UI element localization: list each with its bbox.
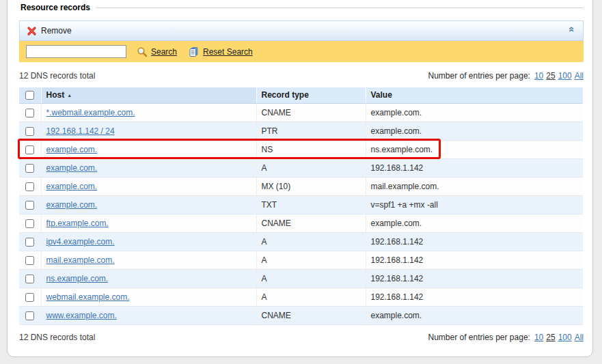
reset-pages-icon [189,46,200,57]
reset-search-button[interactable]: Reset Search [189,46,253,57]
per-page-option-25[interactable]: 25 [546,71,555,81]
heading-divider [96,8,584,8]
host-link[interactable]: 192.168.1.142 / 24 [46,126,115,136]
table-row: ftp.example.com. CNAME example.com. [19,214,583,232]
per-page-selector-top: Number of entries per page: 1025100All [428,71,584,81]
row-checkbox[interactable] [25,201,34,210]
value-cell: example.com. [366,122,583,140]
host-link[interactable]: example.com. [46,182,98,191]
per-page-links: 1025100All [534,333,584,342]
record-type-cell: CNAME [256,103,366,122]
column-header-value-label: Value [371,90,392,100]
table-row: example.com. TXT v=spf1 +a +mx -all [19,195,583,214]
host-link[interactable]: webmail.example.com. [46,292,130,302]
reset-search-button-label: Reset Search [203,47,253,57]
row-checkbox[interactable] [25,219,34,228]
row-checkbox[interactable] [25,164,34,173]
host-cell: example.com. [41,195,256,214]
per-page-option-25[interactable]: 25 [546,333,555,342]
column-header-record-type[interactable]: Record type [256,87,366,103]
value-cell: 192.168.1.142 [366,269,583,288]
dns-records-table-wrap: Host▲ Record type Value *.webmail.exampl… [19,87,584,325]
row-checkbox[interactable] [25,311,34,320]
record-type-cell: MX (10) [256,177,366,195]
row-checkbox-cell [19,103,41,122]
table-row: mail.example.com. A 192.168.1.142 [19,251,583,269]
column-header-host-label: Host [46,90,65,100]
value-cell: 192.168.1.142 [366,232,583,251]
table-row: ns.example.com. A 192.168.1.142 [19,269,583,288]
row-checkbox-cell [19,306,41,324]
host-link[interactable]: example.com. [46,163,98,173]
column-header-value[interactable]: Value [366,87,583,103]
per-page-option-10[interactable]: 10 [534,71,543,81]
value-cell: v=spf1 +a +mx -all [366,195,583,214]
host-cell: ftp.example.com. [41,214,256,232]
table-row: webmail.example.com. A 192.168.1.142 [19,288,583,306]
host-cell: webmail.example.com. [41,288,256,306]
per-page-selector-bottom: Number of entries per page: 1025100All [428,333,584,342]
table-row: 192.168.1.142 / 24 PTR example.com. [19,122,583,140]
host-link[interactable]: *.webmail.example.com. [46,108,135,117]
value-cell: example.com. [366,103,583,122]
remove-button-label: Remove [41,26,72,36]
list-info-top: 12 DNS records total Number of entries p… [19,71,584,81]
per-page-option-10[interactable]: 10 [534,333,543,342]
value-cell: example.com. [366,306,583,324]
per-page-label: Number of entries per page: [428,333,530,342]
host-link[interactable]: ns.example.com. [46,274,109,283]
row-checkbox[interactable] [25,238,34,247]
record-type-cell: CNAME [256,306,366,324]
host-link[interactable]: ftp.example.com. [46,219,109,228]
value-cell: 192.168.1.142 [366,288,583,306]
row-checkbox[interactable] [25,275,34,283]
row-checkbox-cell [19,269,41,288]
host-link[interactable]: example.com. [46,200,98,210]
row-checkbox-cell [19,158,41,177]
per-page-links: 1025100All [534,71,584,81]
row-checkbox[interactable] [25,127,34,136]
per-page-option-100[interactable]: 100 [558,71,572,81]
collapse-toolbar-button[interactable]: » [565,26,576,36]
value-cell: 192.168.1.142 [366,251,583,269]
record-type-cell: A [256,269,366,288]
table-row: example.com. MX (10) mail.example.com. [19,177,583,195]
toolbar-actions-bar: Remove » [19,20,584,41]
per-page-label: Number of entries per page: [428,71,530,81]
remove-button[interactable]: Remove [27,26,72,36]
dns-table-body: *.webmail.example.com. CNAME example.com… [19,103,583,324]
remove-x-icon [27,26,37,36]
search-input[interactable] [26,45,126,58]
row-checkbox[interactable] [25,293,34,302]
sort-ascending-icon: ▲ [67,93,72,98]
host-link[interactable]: www.example.com. [46,311,117,320]
per-page-option-all[interactable]: All [575,333,584,342]
host-cell: example.com. [41,140,256,158]
search-button[interactable]: Search [137,46,177,57]
host-link[interactable]: example.com. [46,145,98,154]
host-cell: example.com. [41,158,256,177]
list-info-bottom: 12 DNS records total Number of entries p… [19,333,584,343]
host-cell: www.example.com. [41,306,256,324]
per-page-option-100[interactable]: 100 [558,333,572,342]
per-page-option-all[interactable]: All [575,71,584,81]
host-link[interactable]: ipv4.example.com. [46,237,115,247]
host-cell: mail.example.com. [41,251,256,269]
table-row: example.com. A 192.168.1.142 [19,158,583,177]
row-checkbox[interactable] [25,109,34,117]
row-checkbox[interactable] [25,182,34,191]
select-all-checkbox[interactable] [25,91,34,100]
record-type-cell: NS [256,140,366,158]
section-heading-row: Resource records [20,3,584,12]
row-checkbox-cell [19,122,41,140]
records-total-bottom: 12 DNS records total [19,333,95,342]
row-checkbox-cell [19,251,41,269]
host-link[interactable]: mail.example.com. [46,255,115,265]
column-header-host[interactable]: Host▲ [41,87,256,103]
row-checkbox[interactable] [25,256,34,265]
record-type-cell: PTR [256,122,366,140]
record-type-cell: CNAME [256,214,366,232]
record-type-cell: A [256,288,366,306]
toolbar: Remove » Search [19,20,584,62]
row-checkbox[interactable] [25,145,34,154]
